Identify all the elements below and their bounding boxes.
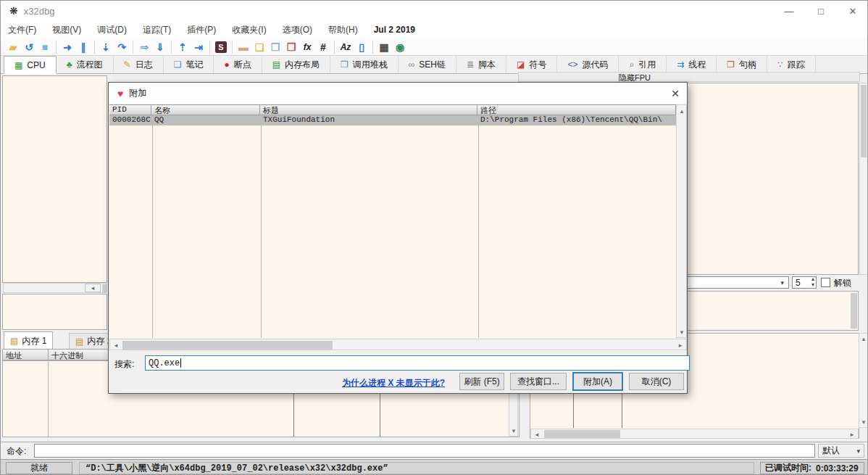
scroll-left-icon[interactable]: ◂	[111, 340, 121, 350]
menu-item-6[interactable]: 选项(O)	[283, 24, 312, 36]
tab-breakpoints[interactable]: ●断点	[214, 56, 262, 73]
open-file-icon[interactable]: ▰	[5, 40, 21, 54]
internet-help-icon[interactable]: ◉	[392, 40, 408, 54]
execute-till-return-icon[interactable]: ⇡	[175, 40, 191, 54]
column-header-2[interactable]: 标题	[260, 105, 477, 115]
graph-icon: ♣	[67, 59, 72, 70]
tab-memory-map[interactable]: ▤内存布局	[262, 56, 330, 73]
registers-vscrollbar[interactable]	[859, 83, 868, 275]
process-table-row-selected[interactable]: 0000268CQQTXGuiFoundationD:\Program File…	[109, 115, 676, 125]
bookmark-icon[interactable]: ❒	[283, 40, 299, 54]
registers-header-strip: 隐藏FPU	[518, 72, 860, 82]
scroll-up-icon[interactable]: ▴	[677, 106, 686, 115]
tab-symbols[interactable]: ◪符号	[506, 56, 557, 73]
tab-seh[interactable]: ∞SEH链	[398, 56, 456, 73]
menu-item-1[interactable]: 视图(V)	[52, 24, 81, 36]
patch-icon[interactable]: ▬	[235, 40, 251, 54]
dialog-close-icon[interactable]: ✕	[664, 83, 687, 104]
run-to-user-code-icon[interactable]: ⇥	[191, 40, 206, 54]
step-into-icon[interactable]: ⇣	[98, 40, 114, 54]
menu-item-3[interactable]: 追踪(T)	[143, 24, 171, 36]
scroll-left-icon[interactable]: ◂	[85, 284, 101, 292]
tab-script[interactable]: ≣脚本	[456, 56, 506, 73]
scroll-left-icon[interactable]: ◂	[532, 430, 542, 438]
scroll-thumb[interactable]	[861, 85, 867, 157]
menu-item-2[interactable]: 调试(D)	[97, 24, 127, 36]
find-window-button[interactable]: 查找窗口...	[510, 373, 567, 390]
tab-memory-1[interactable]: ▤ 内存 1	[4, 331, 53, 350]
refresh-button[interactable]: 刷新 (F5)	[459, 373, 504, 390]
scroll-down-icon[interactable]: ▾	[510, 426, 517, 435]
restart-icon[interactable]: ↺	[21, 40, 37, 54]
menu-item-5[interactable]: 收藏夹(I)	[232, 24, 266, 36]
ordinal-icon[interactable]: #	[315, 40, 331, 54]
tab-graph[interactable]: ♣流程图	[57, 56, 114, 73]
depth-spinner[interactable]: 5 ▴ ▾	[792, 276, 817, 289]
scroll-thumb[interactable]	[544, 430, 620, 438]
table-hscrollbar[interactable]: ◂ ▸	[109, 339, 687, 350]
why-process-hidden-link[interactable]: 为什么进程 X 未显示于此?	[342, 377, 445, 389]
disassembly-hscrollbar[interactable]: ◂	[3, 283, 107, 293]
tab-source[interactable]: <>源代码	[557, 56, 619, 73]
tab-call-stack[interactable]: ❐调用堆栈	[330, 56, 398, 73]
scroll-down-icon[interactable]: ▾	[860, 418, 867, 426]
step-out-icon[interactable]: ⇓	[152, 40, 168, 54]
dialog-title-bar[interactable]: ♥ 附加	[109, 83, 687, 104]
scroll-down-icon[interactable]: ▾	[677, 327, 686, 336]
label-icon[interactable]: ❐	[267, 40, 283, 54]
close-button[interactable]: ✕	[837, 1, 868, 21]
toolbar-separator	[56, 41, 57, 54]
tab-references[interactable]: ⌕引用	[619, 56, 667, 73]
step-over-icon[interactable]: ↷	[114, 40, 130, 54]
column-header-0[interactable]: PID	[109, 105, 151, 115]
stack-vscrollbar[interactable]: ▴ ▾	[859, 333, 868, 428]
assembler-icon[interactable]: ▯	[354, 40, 370, 54]
command-input[interactable]	[34, 444, 815, 458]
stack-hscrollbar[interactable]: ◂ ▸	[530, 429, 859, 439]
function-icon[interactable]: fx	[299, 40, 315, 54]
menu-bar: 文件(F)视图(V)调试(D)追踪(T)插件(P)收藏夹(I)选项(O)帮助(H…	[1, 21, 868, 38]
table-vscrollbar[interactable]: ▴ ▾	[676, 104, 687, 338]
search-input[interactable]: QQ.exe	[145, 355, 690, 371]
menu-item-4[interactable]: 插件(P)	[187, 24, 216, 36]
tab-trace[interactable]: ∵跟踪	[767, 56, 816, 73]
pause-icon[interactable]: ∥	[75, 40, 91, 54]
menu-item-0[interactable]: 文件(F)	[8, 24, 36, 36]
spinner-down-icon[interactable]: ▾	[811, 281, 814, 288]
calculator-icon[interactable]: ▦	[376, 40, 392, 54]
minimize-button[interactable]: —	[773, 1, 805, 21]
tab-label: 脚本	[478, 59, 496, 71]
chevron-down-icon: ▾	[856, 447, 860, 455]
scroll-right-icon[interactable]: ▸	[847, 430, 857, 438]
dump-header-address[interactable]: 地址	[3, 350, 49, 360]
tab-threads[interactable]: ⇉线程	[667, 56, 717, 73]
scroll-up-icon[interactable]: ▴	[860, 334, 867, 343]
scroll-thumb[interactable]	[851, 293, 857, 329]
text-case-icon[interactable]: Az	[338, 40, 354, 54]
toolbar-separator	[171, 41, 172, 54]
toolbar-separator	[372, 41, 373, 54]
tab-handles[interactable]: ❒句柄	[717, 56, 767, 73]
cpu-icon: ▦	[14, 60, 22, 70]
command-profile-dropdown[interactable]: 默认 ▾	[818, 444, 864, 458]
attach-button[interactable]: 附加(A)	[572, 372, 623, 391]
run-icon[interactable]: ➜	[59, 40, 75, 54]
column-header-1[interactable]: 名称	[151, 105, 260, 115]
stop-debug-icon[interactable]: ■	[37, 40, 53, 54]
search-row: 搜索: QQ.exe	[114, 355, 684, 371]
scroll-thumb[interactable]	[122, 341, 333, 350]
cancel-button[interactable]: 取消(C)	[629, 373, 684, 390]
tab-log[interactable]: ✎日志	[114, 56, 164, 73]
scroll-thumb[interactable]	[102, 284, 107, 292]
scroll-right-icon[interactable]: ▸	[675, 340, 685, 350]
run-to-selection-icon[interactable]: ⇒	[136, 40, 152, 54]
tab-cpu[interactable]: ▦CPU	[4, 56, 57, 74]
tab-notes[interactable]: ❏笔记	[164, 56, 214, 73]
maximize-button[interactable]: □	[805, 1, 837, 21]
comment-icon[interactable]: ❑	[251, 40, 267, 54]
menu-item-7[interactable]: 帮助(H)	[328, 24, 358, 36]
column-header-3[interactable]: 路径	[477, 105, 676, 115]
animate-into-icon[interactable]: S	[215, 41, 227, 53]
unlock-checkbox[interactable]	[821, 278, 830, 287]
trace-icon: ∵	[777, 59, 783, 70]
